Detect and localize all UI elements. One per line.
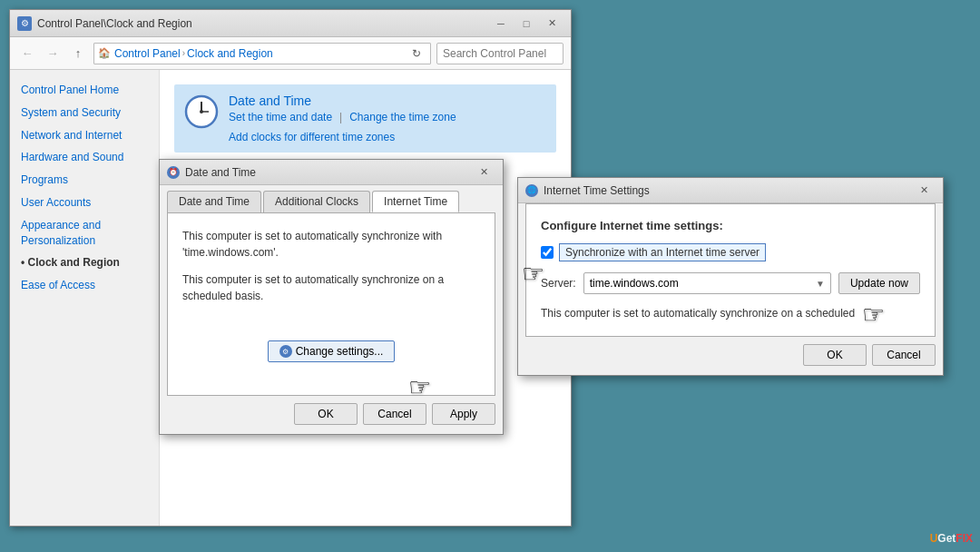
breadcrumb-segment2[interactable]: Clock and Region bbox=[187, 47, 273, 60]
sync-checkbox-row: Synchronize with an Internet time server bbox=[541, 243, 920, 261]
dialog-internet: 🌐 Internet Time Settings ✕ Configure Int… bbox=[517, 177, 944, 376]
datetime-apply-button[interactable]: Apply bbox=[432, 403, 495, 425]
datetime-icon bbox=[183, 94, 220, 130]
watermark-fix: FIX bbox=[956, 532, 973, 545]
title-bar: ⚙ Control Panel\Clock and Region ─ □ ✕ bbox=[10, 10, 571, 37]
sidebar-item-user-accounts[interactable]: User Accounts bbox=[10, 192, 159, 214]
change-settings-button[interactable]: ⚙ Change settings... bbox=[268, 340, 396, 362]
sync-checkbox[interactable] bbox=[541, 246, 554, 259]
sidebar-item-system-security[interactable]: System and Security bbox=[10, 102, 159, 124]
server-label: Server: bbox=[541, 277, 576, 290]
breadcrumb-segment1[interactable]: Control Panel bbox=[114, 47, 181, 60]
sidebar-item-control-panel-home[interactable]: Control Panel Home bbox=[10, 79, 159, 102]
dialog-internet-close[interactable]: ✕ bbox=[912, 182, 936, 200]
dialog-datetime-close[interactable]: ✕ bbox=[472, 163, 495, 182]
sidebar-item-appearance[interactable]: Appearance and Personalization bbox=[10, 214, 159, 252]
panel-info-datetime: Date and Time Set the time and date | Ch… bbox=[229, 94, 547, 143]
address-wrapper: 🏠 Control Panel › Clock and Region ↻ bbox=[93, 43, 431, 64]
panel-links-datetime: Set the time and date | Change the time … bbox=[229, 111, 547, 143]
dialog-datetime-titlebar: ⏰ Date and Time ✕ bbox=[160, 160, 503, 185]
change-settings-container: ⚙ Change settings... bbox=[182, 322, 480, 380]
change-settings-label: Change settings... bbox=[296, 345, 384, 358]
inet-footer: OK Cancel bbox=[518, 344, 943, 375]
sidebar-item-clock-region[interactable]: Clock and Region bbox=[10, 251, 159, 274]
inet-header: Configure Internet time settings: bbox=[541, 219, 920, 232]
search-input[interactable] bbox=[436, 43, 564, 64]
server-row: Server: time.windows.com ▼ Update now bbox=[541, 272, 920, 294]
close-button[interactable]: ✕ bbox=[540, 15, 564, 33]
inet-cancel-button[interactable]: Cancel bbox=[872, 344, 936, 366]
dialog-internet-titlebar: 🌐 Internet Time Settings ✕ bbox=[518, 178, 943, 203]
separator1: | bbox=[339, 111, 342, 123]
minimize-button[interactable]: ─ bbox=[489, 15, 513, 33]
panel-title-datetime[interactable]: Date and Time bbox=[229, 94, 547, 108]
up-button[interactable]: ↑ bbox=[68, 44, 88, 64]
watermark-u: U bbox=[930, 532, 938, 545]
datetime-cancel-button[interactable]: Cancel bbox=[363, 403, 426, 425]
dialog-datetime: ⏰ Date and Time ✕ Date and Time Addition… bbox=[159, 159, 504, 435]
select-arrow-icon: ▼ bbox=[816, 279, 825, 289]
inet-content: Configure Internet time settings: Synchr… bbox=[525, 203, 936, 337]
sidebar-item-network-internet[interactable]: Network and Internet bbox=[10, 124, 159, 147]
window-controls: ─ □ ✕ bbox=[489, 15, 564, 33]
watermark: UGetFIX bbox=[930, 532, 973, 545]
sidebar-item-programs[interactable]: Programs bbox=[10, 169, 159, 192]
maximize-button[interactable]: □ bbox=[514, 15, 538, 33]
dialog-content-internet-time: This computer is set to automatically sy… bbox=[167, 212, 495, 396]
address-bar: ← → ↑ 🏠 Control Panel › Clock and Region… bbox=[10, 37, 571, 70]
dialog-datetime-title-left: ⏰ Date and Time bbox=[167, 166, 256, 179]
tab-date-time[interactable]: Date and Time bbox=[167, 191, 261, 212]
dialog-internet-title: Internet Time Settings bbox=[544, 184, 650, 197]
window-title: Control Panel\Clock and Region bbox=[37, 17, 192, 30]
sync-label[interactable]: Synchronize with an Internet time server bbox=[559, 243, 766, 261]
update-now-button[interactable]: Update now bbox=[838, 272, 920, 294]
inet-description: This computer is set to automatically sy… bbox=[541, 305, 920, 321]
dialog-datetime-icon: ⏰ bbox=[167, 166, 180, 179]
dialog-datetime-tabs: Date and Time Additional Clocks Internet… bbox=[160, 185, 503, 212]
title-bar-left: ⚙ Control Panel\Clock and Region bbox=[17, 16, 192, 31]
sidebar: Control Panel Home System and Security N… bbox=[10, 70, 160, 526]
refresh-button[interactable]: ↻ bbox=[407, 44, 426, 64]
sidebar-item-hardware-sound[interactable]: Hardware and Sound bbox=[10, 146, 159, 169]
dialog-datetime-title: Date and Time bbox=[185, 166, 256, 179]
server-value: time.windows.com bbox=[590, 277, 679, 290]
change-settings-icon: ⚙ bbox=[279, 345, 292, 358]
panel-link-timezone[interactable]: Change the time zone bbox=[349, 111, 456, 123]
breadcrumb-arrow: › bbox=[182, 48, 185, 58]
dialog-internet-icon: 🌐 bbox=[525, 184, 538, 197]
panel-link-set-time[interactable]: Set the time and date bbox=[229, 111, 332, 123]
dialog-sync-text2: This computer is set to automatically sy… bbox=[182, 271, 480, 304]
panel-item-datetime: Date and Time Set the time and date | Ch… bbox=[174, 84, 556, 153]
dialog-datetime-footer: OK Cancel Apply bbox=[160, 403, 503, 434]
server-select[interactable]: time.windows.com ▼ bbox=[583, 272, 831, 294]
forward-button[interactable]: → bbox=[43, 44, 63, 64]
window-icon: ⚙ bbox=[17, 16, 32, 31]
svg-point-3 bbox=[200, 110, 203, 113]
back-button[interactable]: ← bbox=[17, 44, 37, 64]
dialog-internet-title-left: 🌐 Internet Time Settings bbox=[525, 184, 650, 197]
tab-internet-time[interactable]: Internet Time bbox=[372, 191, 459, 212]
sidebar-item-ease-access[interactable]: Ease of Access bbox=[10, 274, 159, 297]
dialog-sync-text1: This computer is set to automatically sy… bbox=[182, 228, 480, 261]
watermark-get: Get bbox=[937, 532, 956, 545]
inet-ok-button[interactable]: OK bbox=[803, 344, 867, 366]
tab-additional-clocks[interactable]: Additional Clocks bbox=[263, 191, 370, 212]
address-icon: 🏠 bbox=[98, 47, 111, 59]
panel-link-add-clocks[interactable]: Add clocks for different time zones bbox=[229, 131, 395, 143]
breadcrumb: Control Panel › Clock and Region bbox=[114, 47, 403, 60]
datetime-ok-button[interactable]: OK bbox=[294, 403, 358, 425]
